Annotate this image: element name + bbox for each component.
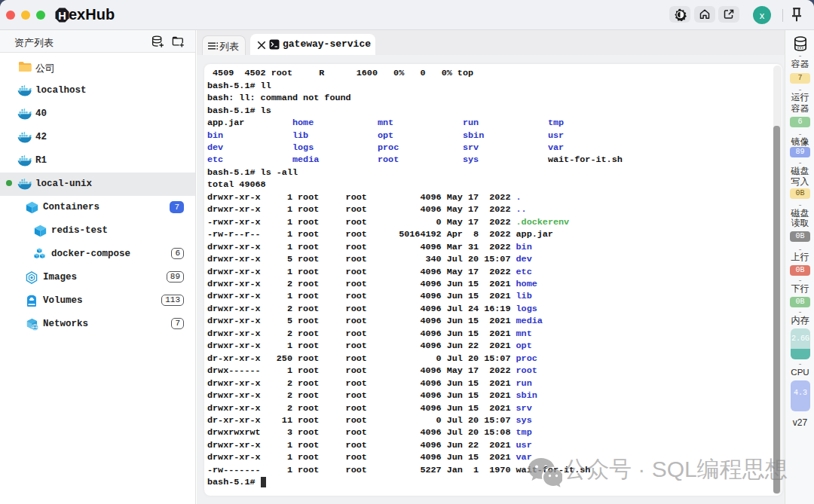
svg-text:H: H — [58, 10, 66, 22]
